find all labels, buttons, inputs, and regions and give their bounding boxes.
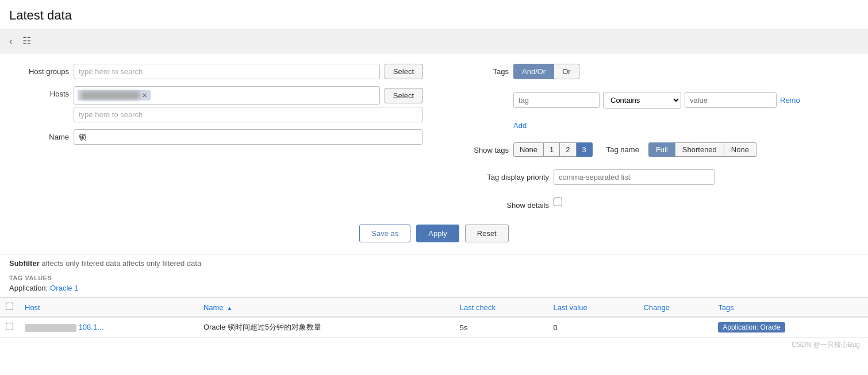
tag-name-full-button[interactable]: Full [648,142,675,157]
row-change [637,317,712,338]
row-last-check-text: 5s [460,323,468,332]
select-all-checkbox[interactable] [6,303,13,310]
table-header-last-check[interactable]: Last check [454,298,548,318]
tag-name-label-text: Tag name [606,145,639,154]
tags-col-label: Tags [718,303,733,312]
hosts-search-input[interactable] [74,107,423,122]
back-button[interactable]: ‹ [6,34,16,49]
show-details-label: Show details [457,198,549,210]
tags-row: Tags And/Or Or [457,64,857,79]
show-tags-3-button[interactable]: 3 [577,142,593,157]
tag-value-input[interactable] [685,92,777,108]
action-buttons-row: Save as Apply Reset [11,215,857,248]
table-header-row: Host Name ▲ Last check Last value Change… [0,298,868,318]
tag-name-none-button[interactable]: None [724,142,756,157]
tag-values-items: Application: Oracle 1 [9,284,859,292]
table-row: 108.1... Oracle 锁时间超过5分钟的对象数量 5s 0 Appli… [0,317,868,338]
filter-button[interactable]: ☷ [19,33,34,49]
back-icon: ‹ [9,36,12,46]
host-tag-label: ████████████ [81,91,140,99]
table-header-last-value[interactable]: Last value [547,298,637,318]
name-col-label: Name [203,303,224,312]
tag-values-title: TAG VALUES [9,275,859,281]
row-last-value-text: 0 [553,323,557,332]
show-tags-row: Show tags None 1 2 3 Tag name Full Short… [457,142,857,157]
name-sort-arrow: ▲ [226,305,232,311]
host-groups-label: Host groups [11,64,69,76]
hosts-label: Hosts [11,86,69,98]
name-input[interactable] [74,129,423,145]
table-header-host[interactable]: Host [19,298,198,318]
show-details-row: Show details [457,198,857,210]
host-tag-remove[interactable]: ✕ [142,92,147,99]
host-blurred [25,324,76,332]
tag-remove-link[interactable]: Remo [780,96,800,105]
tag-name-shortened-button[interactable]: Shortened [675,142,724,157]
subfilter-row: Subfilter affects only filtered data aff… [0,254,868,272]
subfilter-highlight: Subfilter [9,259,40,268]
row-name-text: Oracle 锁时间超过5分钟的对象数量 [203,323,321,331]
filter-right: Tags And/Or Or Contains Equals Does not … [445,64,857,215]
add-tag-row: Add [457,121,857,130]
row-tag-badge: Application: Oracle [718,322,785,333]
host-groups-select-button[interactable]: Select [385,64,423,79]
hosts-tags-container: ████████████ ✕ [74,86,380,105]
host-col-label: Host [25,303,40,312]
toolbar: ‹ ☷ [0,29,868,53]
add-tag-link[interactable]: Add [513,121,527,130]
table-header-change[interactable]: Change [637,298,712,318]
tags-label: Tags [457,64,509,76]
tag-filter-row: Contains Equals Does not contain Does no… [457,92,857,109]
tag-priority-row: Tag display priority [457,169,857,185]
row-last-check: 5s [454,317,548,338]
host-tag: ████████████ ✕ [78,90,151,100]
tag-values-section: TAG VALUES Application: Oracle 1 [0,272,868,297]
host-groups-row: Host groups Select [11,64,423,79]
name-label: Name [11,129,69,141]
hosts-select-button[interactable]: Select [385,88,423,103]
row-name[interactable]: Oracle 锁时间超过5分钟的对象数量 [198,317,454,338]
last-check-col-label: Last check [460,303,496,312]
filter-left: Host groups Select Hosts ████████████ ✕ [11,64,423,215]
host-groups-input[interactable] [74,64,380,79]
table-header-name[interactable]: Name ▲ [198,298,454,318]
filter-panel: Host groups Select Hosts ████████████ ✕ [0,53,868,254]
show-tags-2-button[interactable]: 2 [560,142,576,157]
show-tags-none-button[interactable]: None [513,142,544,157]
tag-filter-inputs: Contains Equals Does not contain Does no… [513,92,800,109]
reset-button[interactable]: Reset [465,225,509,242]
tag-priority-input[interactable] [554,169,715,185]
last-value-col-label: Last value [553,303,587,312]
data-table: Host Name ▲ Last check Last value Change… [0,297,868,338]
row-checkbox-cell [0,317,19,338]
tag-name-input[interactable] [513,92,600,108]
change-col-label: Change [643,303,670,312]
host-groups-control [74,64,380,79]
page-title: Latest data [0,0,868,29]
table-header-checkbox-cell [0,298,19,318]
name-control [74,129,423,145]
row-checkbox[interactable] [6,323,13,330]
subfilter-text: affects only filtered data [122,259,201,268]
tags-or-button[interactable]: Or [554,64,579,79]
row-last-value: 0 [547,317,637,338]
apply-button[interactable]: Apply [416,225,459,242]
tags-andor-button[interactable]: And/Or [513,64,554,79]
filter-icon: ☷ [22,36,31,47]
tag-values-key: Application: [9,284,48,292]
watermark: CSDN @一只核心Bug [0,338,868,352]
host-partial[interactable]: 108.1... [79,323,103,331]
tags-toggle-group: And/Or Or [513,64,579,79]
show-tags-1-button[interactable]: 1 [544,142,560,157]
tags-andor-group: And/Or Or [513,64,579,79]
row-tags: Application: Oracle [712,317,868,338]
name-row: Name [11,129,423,145]
tag-values-link[interactable]: Oracle 1 [50,284,78,292]
subfilter-secondary: affects only filtered data [41,259,120,268]
tag-priority-label: Tag display priority [457,169,549,181]
row-host: 108.1... [19,317,198,338]
tag-operator-select[interactable]: Contains Equals Does not contain Does no… [603,92,681,109]
table-header-tags[interactable]: Tags [712,298,868,318]
save-as-button[interactable]: Save as [359,225,410,242]
show-details-checkbox[interactable] [554,198,562,206]
